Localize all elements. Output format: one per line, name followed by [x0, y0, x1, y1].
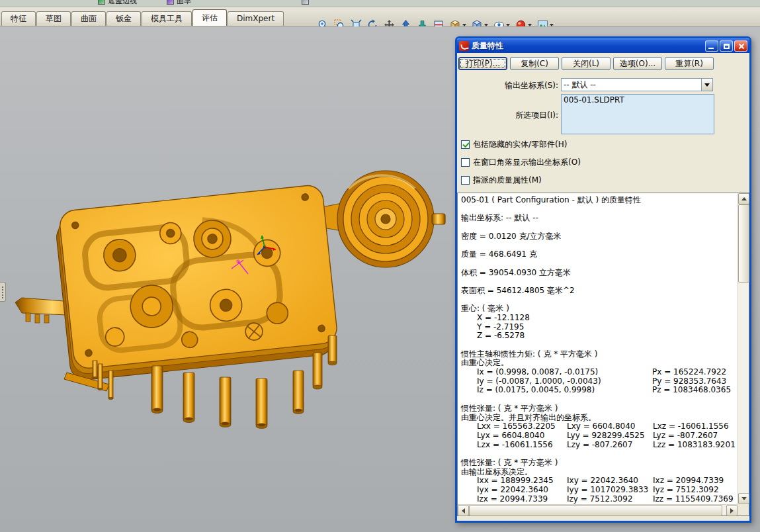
maximize-button[interactable] — [720, 40, 733, 52]
solidworks-icon — [459, 41, 469, 51]
tab-features[interactable]: 特征 — [1, 11, 36, 26]
chevron-down-icon — [484, 24, 488, 26]
result-line: Izx = 20994.7339Izy = 7512.3092Izz = 115… — [461, 495, 738, 504]
result-line: 由输出座标系决定。 — [461, 468, 738, 477]
tab-dimxpert[interactable]: DimXpert — [228, 11, 284, 26]
tab-evaluate[interactable]: 评估 — [192, 9, 227, 26]
checkbox-include-hidden[interactable]: 包括隐藏的实体/零部件(H) — [461, 139, 567, 150]
result-line: 由重心决定。并且对齐输出的坐标系。 — [461, 414, 738, 423]
close-button[interactable] — [734, 40, 747, 52]
output-coordinate-combobox[interactable]: -- 默认 -- — [561, 78, 713, 91]
result-line: 惯性主轴和惯性力矩: ( 克 * 平方毫米 ) — [461, 350, 738, 359]
scrollbar-corner — [738, 504, 749, 515]
arrow-up-icon — [741, 197, 747, 200]
checkbox-label: 指派的质量属性(M) — [473, 175, 542, 186]
result-line — [461, 449, 738, 459]
combobox-dropdown-button[interactable] — [701, 79, 712, 91]
dialog-titlebar[interactable]: 质量特性 — [457, 38, 749, 53]
mass-properties-dialog: 质量特性 打印(P)... 复制(C) 关闭(L) 选项(O)... 重算(R)… — [455, 36, 751, 523]
checkbox-box[interactable] — [461, 158, 470, 167]
dialog-button-row: 打印(P)... 复制(C) 关闭(L) 选项(O)... 重算(R) — [458, 57, 714, 70]
result-line: 密度 = 0.0120 克/立方毫米 — [461, 232, 738, 242]
result-line: 005-01 ( Part Configuration - 默认 ) 的质量特性 — [461, 196, 738, 205]
checkbox-box[interactable] — [461, 140, 470, 149]
checkbox-box[interactable] — [461, 176, 470, 185]
arrow-down-icon — [741, 497, 747, 500]
result-line: 惯性张量: ( 克 * 平方毫米 ) — [461, 404, 738, 414]
scroll-left-button[interactable] — [458, 505, 469, 516]
scroll-up-button[interactable] — [738, 193, 749, 204]
result-line: Iyx = 22042.3640Iyy = 1017029.3833Iyz = … — [461, 486, 738, 495]
toolbar-fragment-label: 遮盖边线 — [108, 0, 137, 6]
model-plate[interactable] — [54, 184, 340, 381]
3d-model[interactable] — [10, 162, 453, 433]
tab-sketch[interactable]: 草图 — [36, 11, 71, 26]
options-button[interactable]: 选项(O)... — [613, 57, 662, 70]
result-line: Ix = (0.9998, 0.0087, -0.0175)Px = 16522… — [461, 368, 738, 377]
result-line — [461, 341, 738, 350]
minimize-icon — [708, 48, 714, 49]
copy-button[interactable]: 复制(C) — [510, 57, 559, 70]
arrow-left-icon — [462, 508, 465, 513]
result-line: Iz = (0.0175, 0.0045, 0.9998)Pz = 108346… — [461, 386, 738, 395]
command-manager-tabs: 特征 草图 曲面 钣金 模具工具 评估 DimXpert — [1, 9, 284, 26]
tab-sheetmetal[interactable]: 钣金 — [106, 11, 141, 26]
vertical-scroll-thumb[interactable] — [738, 204, 749, 283]
checkbox-assigned-mass[interactable]: 指派的质量属性(M) — [461, 175, 542, 185]
scroll-down-button[interactable] — [738, 493, 749, 504]
curvature-icon — [167, 0, 174, 5]
checkbox-show-coord-system[interactable]: 在窗口角落显示输出坐标系(O) — [461, 157, 581, 167]
result-line: Lzx = -16061.1556Lzy = -807.2607Lzz = 10… — [461, 441, 738, 450]
arrow-right-icon — [730, 508, 734, 513]
recalculate-button[interactable]: 重算(R) — [665, 57, 714, 70]
result-line — [461, 241, 738, 250]
result-line: 由重心决定。 — [461, 359, 738, 368]
chevron-down-icon — [550, 24, 554, 26]
close-dialog-button[interactable]: 关闭(L) — [562, 57, 611, 70]
result-line: Lxx = 165563.2205Lxy = 6604.8040Lxz = -1… — [461, 422, 738, 431]
minimize-button[interactable] — [705, 40, 718, 52]
misc-tool-icon — [302, 0, 309, 5]
panel-expand-tab[interactable] — [0, 282, 6, 302]
display-mode-icon — [98, 0, 105, 5]
result-line: 体积 = 39054.0930 立方毫米 — [461, 269, 738, 278]
toolbar-fragment-misc[interactable] — [302, 0, 309, 7]
result-line — [461, 395, 738, 404]
result-line: 表面积 = 54612.4805 毫米^2 — [461, 287, 738, 296]
result-line: 惯性张量: ( 克 * 平方毫米 ) — [461, 459, 738, 468]
results-vertical-scrollbar[interactable] — [738, 193, 749, 504]
result-line: Iy = (-0.0087, 1.0000, -0.0043)Py = 9283… — [461, 377, 738, 386]
tab-mold-tools[interactable]: 模具工具 — [142, 11, 192, 26]
result-line: Ixx = 188999.2345Ixy = 22042.3640Ixz = 2… — [461, 476, 738, 486]
tab-surfaces[interactable]: 曲面 — [71, 11, 106, 26]
dialog-title: 质量特性 — [472, 40, 705, 52]
result-line: Z = -6.5278 — [461, 332, 738, 341]
chevron-down-icon — [528, 24, 532, 26]
toolbar-fragment-shadow[interactable]: 遮盖边线 — [98, 0, 137, 7]
results-list: 005-01 ( Part Configuration - 默认 ) 的质量特性… — [458, 193, 738, 504]
selected-item[interactable]: 005-01.SLDPRT — [562, 95, 714, 105]
command-manager: 特征 草图 曲面 钣金 模具工具 评估 DimXpert — [0, 7, 760, 26]
toolbar-fragment-label: 曲率 — [177, 0, 191, 6]
results-panel: 005-01 ( Part Configuration - 默认 ) 的质量特性… — [457, 193, 749, 516]
scroll-right-button[interactable] — [726, 505, 738, 516]
results-horizontal-scrollbar[interactable] — [458, 504, 738, 515]
grip-dots-icon — [2, 287, 3, 298]
checkbox-label: 在窗口角落显示输出坐标系(O) — [473, 157, 581, 168]
result-line: 输出坐标系: -- 默认 -- — [461, 214, 738, 223]
maximize-icon — [724, 44, 730, 49]
chevron-down-icon — [462, 24, 466, 26]
print-button[interactable]: 打印(P)... — [458, 57, 507, 70]
result-line — [461, 223, 738, 232]
model-pulley[interactable] — [337, 171, 445, 267]
toolbar-fragment-curvature[interactable]: 曲率 — [167, 0, 191, 7]
horizontal-scroll-thumb[interactable] — [469, 505, 722, 516]
result-line: Lyx = 6604.8040Lyy = 928299.4525Lyz = -8… — [461, 431, 738, 441]
combobox-value: -- 默认 -- — [562, 79, 701, 91]
selected-items-listbox[interactable]: 005-01.SLDPRT — [561, 94, 714, 134]
chevron-down-icon — [506, 24, 510, 26]
result-line — [461, 277, 738, 287]
result-line: X = -12.1128 — [461, 314, 738, 323]
result-line: Y = -2.7195 — [461, 323, 738, 332]
selected-items-label: 所选项目(I): — [457, 110, 558, 121]
